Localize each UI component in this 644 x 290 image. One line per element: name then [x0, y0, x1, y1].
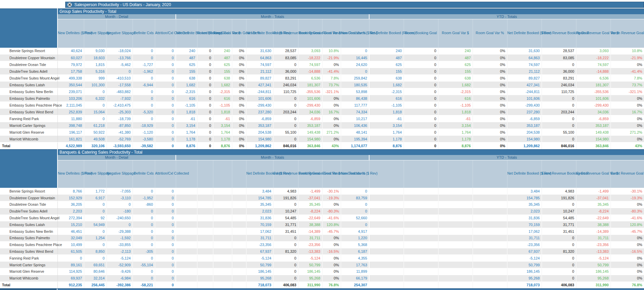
column-header: Net Definite Booked ($ Rev): [507, 160, 542, 188]
data-cell: -21.9%: [322, 54, 341, 61]
data-cell: 83,291: [273, 75, 298, 82]
data-cell: 6,332: [84, 95, 106, 102]
data-cell: [176, 248, 197, 255]
data-cell: 240: [369, 48, 404, 54]
data-cell: [369, 221, 404, 228]
data-cell: 3,484: [507, 188, 542, 195]
data-cell: 0: [155, 54, 176, 61]
data-cell: 353,187: [576, 122, 611, 129]
column-header: Event Revenue Booking Goal: [542, 160, 576, 188]
data-cell: -2,315: [369, 88, 404, 95]
data-cell: 66,179: [341, 275, 369, 282]
data-cell: 154,980: [298, 136, 322, 142]
data-cell: -18,739: [106, 115, 133, 122]
data-cell: 0%: [611, 268, 644, 275]
data-cell: 152,929: [57, 195, 84, 201]
data-cell: 4,355: [341, 255, 369, 262]
data-cell: 487: [438, 54, 473, 61]
data-cell: [369, 268, 404, 275]
tools-icon[interactable]: [67, 2, 72, 7]
data-cell: [473, 201, 507, 208]
data-cell: [176, 275, 197, 282]
data-cell: 35,345: [507, 201, 542, 208]
data-cell: [369, 201, 404, 208]
column-header: [213, 160, 232, 188]
data-cell: 0: [542, 115, 576, 122]
table-row: Embassy Suites Latah15,21054,94900070,15…: [0, 221, 644, 228]
data-cell: -45.7%: [322, 228, 341, 235]
data-cell: 0%: [322, 235, 341, 242]
data-cell: 0: [542, 241, 576, 248]
table-row: Marriott Glen Reserve114,92580,646-9,426…: [0, 268, 644, 275]
data-cell: 0: [273, 262, 298, 268]
data-cell: 0: [84, 102, 106, 109]
table-row: DoubleTree Suites Mount Angel272,39492-2…: [0, 215, 644, 221]
data-cell: 0: [273, 95, 298, 102]
report-tables: Group Sales Productivity - TotalMonth - …: [0, 8, 644, 288]
table-row: Doubletree Ocean Tide79,9721,815-5,462-1…: [0, 61, 644, 68]
data-cell: 0: [404, 129, 438, 136]
data-cell: [176, 208, 197, 215]
bottom-scrollbar[interactable]: [0, 288, 644, 290]
data-cell: 55,100: [542, 129, 576, 136]
data-cell: 120.8%: [611, 221, 644, 228]
data-cell: 8,850: [84, 248, 106, 255]
data-cell: [438, 201, 473, 208]
data-cell: 0: [155, 282, 176, 288]
data-cell: 8,876: [369, 142, 404, 149]
data-cell: 40,624: [57, 48, 84, 54]
data-cell: 1,178: [213, 136, 232, 142]
data-cell: 0: [155, 48, 176, 54]
data-cell: 103,206: [57, 95, 84, 102]
data-cell: 406,083: [273, 282, 298, 288]
data-cell: 999: [84, 75, 106, 82]
column-header: Event Revenue Goal Var $: [298, 160, 322, 188]
data-cell: -6,859: [507, 115, 542, 122]
data-cell: 1,209,862: [507, 142, 542, 149]
row-label: Bennie Springs Resort: [0, 188, 57, 195]
data-cell: 73.7%: [322, 82, 341, 88]
data-cell: 8,766: [57, 188, 84, 195]
table-row: DoubleTree Suites Adell17,7585,3160-1,96…: [0, 68, 644, 75]
data-cell: 28,537: [273, 48, 298, 54]
data-cell: 0: [155, 88, 176, 95]
data-cell: 0: [155, 201, 176, 208]
data-cell: -17,558: [106, 82, 133, 88]
data-cell: 38,388: [576, 221, 611, 228]
data-cell: 70,159: [507, 221, 542, 228]
data-cell: 6,917: [84, 195, 106, 201]
data-cell: 0: [404, 61, 438, 68]
data-cell: 31,711: [576, 235, 611, 242]
data-cell: 616: [176, 95, 197, 102]
data-cell: 240: [438, 48, 473, 54]
data-cell: 0: [404, 48, 438, 54]
data-cell: 353,187: [507, 122, 542, 129]
data-cell: 7.8%: [611, 75, 644, 82]
data-cell: [232, 268, 246, 275]
data-cell: 86,438: [341, 95, 369, 102]
data-cell: [404, 195, 438, 201]
row-label-column-header: [0, 9, 57, 48]
data-cell: 0%: [232, 75, 246, 82]
data-cell: -39,582: [133, 142, 155, 149]
data-cell: 60,027: [57, 54, 84, 61]
table-row: DoubleTree Suites Mount Angel499,338999-…: [0, 75, 644, 82]
section-title: Group Sales Productivity - Total: [57, 9, 644, 14]
column-header: Room Goal Var $: [213, 19, 232, 48]
data-cell: [473, 188, 507, 195]
table-row: Embassy Suites Palmetto32,0491,254-1,592…: [0, 235, 644, 242]
column-header: Room Revenue Goal Var $: [298, 19, 322, 48]
data-cell: 0: [404, 115, 438, 122]
data-cell: 83,085: [273, 54, 298, 61]
data-cell: [404, 215, 438, 221]
data-cell: 0: [197, 102, 213, 109]
data-cell: 0%: [232, 68, 246, 75]
column-header: Net Definite Booked ($ Rev): [507, 19, 542, 48]
data-cell: 246,034: [273, 82, 298, 88]
data-cell: 0: [155, 109, 176, 115]
data-cell: 846,016: [542, 142, 576, 149]
data-cell: [438, 268, 473, 275]
data-cell: [213, 228, 232, 235]
data-cell: [213, 195, 232, 201]
data-cell: 912,235: [57, 282, 84, 288]
